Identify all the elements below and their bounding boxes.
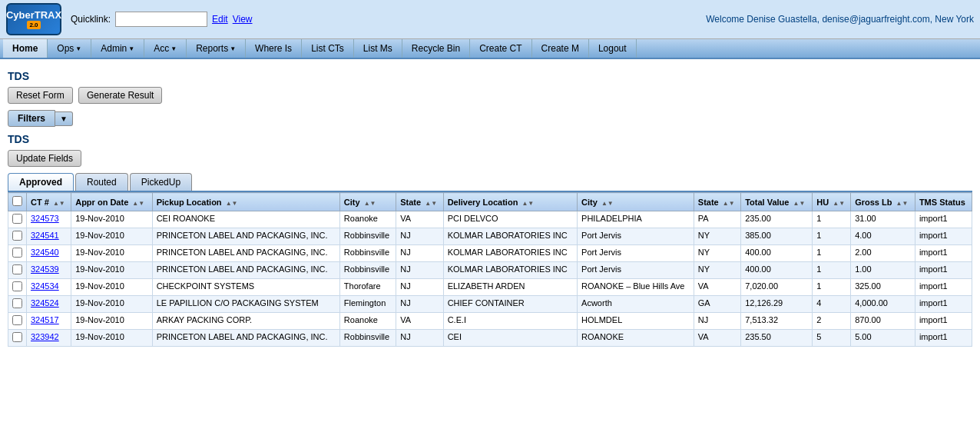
- ct-link[interactable]: 324524: [31, 298, 59, 308]
- pickup-state-cell: NJ: [396, 262, 443, 279]
- view-link[interactable]: View: [233, 14, 253, 25]
- col-tms-status[interactable]: TMS Status: [915, 193, 972, 211]
- ct-link[interactable]: 324539: [31, 264, 59, 274]
- logo-version: 2.0: [27, 21, 40, 29]
- total-value-cell: 385.00: [741, 228, 813, 245]
- total-value-cell: 7,513.32: [741, 313, 813, 330]
- pickup-state-cell: VA: [396, 313, 443, 330]
- hu-cell: 1: [813, 228, 851, 245]
- tab-pickedup[interactable]: PickedUp: [130, 173, 192, 191]
- update-fields-row: Update Fields: [8, 150, 972, 167]
- gross-lb-cell: 2.00: [851, 245, 915, 262]
- pickup-loc-cell: ARKAY PACKING CORP.: [152, 313, 339, 330]
- delivery-city-cell: ROANOKE: [578, 330, 694, 347]
- select-all-checkbox[interactable]: [12, 196, 22, 206]
- nav-item-reports[interactable]: Reports▼: [187, 39, 246, 58]
- nav-item-acc[interactable]: Acc▼: [144, 39, 187, 58]
- appr-date-sort: ▲▼: [132, 200, 144, 207]
- hu-cell: 1: [813, 211, 851, 228]
- row-checkbox[interactable]: [12, 264, 22, 274]
- nav-item-create-m[interactable]: Create M: [532, 39, 589, 58]
- row-checkbox[interactable]: [12, 298, 22, 308]
- nav-item-list-cts[interactable]: List CTs: [302, 39, 354, 58]
- tab-approved[interactable]: Approved: [8, 173, 74, 191]
- ct-link[interactable]: 324573: [31, 214, 59, 223]
- quicklink-area: Quicklink: Edit View: [71, 12, 253, 27]
- nav-item-list-ms[interactable]: List Ms: [354, 39, 402, 58]
- delivery-state-cell: VA: [694, 279, 740, 296]
- reset-form-button[interactable]: Reset Form: [8, 87, 73, 104]
- col-total-value[interactable]: Total Value ▲▼: [741, 193, 813, 211]
- filters-dropdown-button[interactable]: ▼: [55, 111, 73, 126]
- tabs-row: ApprovedRoutedPickedUp: [8, 173, 972, 192]
- row-checkbox-cell: [8, 211, 27, 228]
- delivery-state-cell: NY: [694, 245, 740, 262]
- col-ct-num[interactable]: CT # ▲▼: [27, 193, 71, 211]
- nav-item-logout[interactable]: Logout: [589, 39, 637, 58]
- delivery-loc-cell: KOLMAR LABORATORIES INC: [443, 262, 577, 279]
- row-checkbox[interactable]: [12, 332, 22, 342]
- ct-num-cell: 324524: [27, 296, 71, 313]
- gross-lb-cell: 1.00: [851, 262, 915, 279]
- pickup-state-sort: ▲▼: [425, 200, 437, 207]
- col-pickup-state[interactable]: State ▲▼: [396, 193, 443, 211]
- col-hu[interactable]: HU ▲▼: [813, 193, 851, 211]
- tms-status-cell: import1: [915, 228, 972, 245]
- row-checkbox[interactable]: [12, 315, 22, 325]
- tab-routed[interactable]: Routed: [75, 173, 128, 191]
- pickup-loc-cell: CEI ROANOKE: [152, 211, 339, 228]
- ct-link[interactable]: 324517: [31, 315, 59, 324]
- table-row: 32454019-Nov-2010PRINCETON LABEL AND PAC…: [8, 245, 972, 262]
- row-checkbox[interactable]: [12, 281, 22, 291]
- table-body: 32457319-Nov-2010CEI ROANOKERoanokeVAPCI…: [8, 211, 972, 347]
- ct-num-cell: 324541: [27, 228, 71, 245]
- gross-lb-cell: 4.00: [851, 228, 915, 245]
- ct-link[interactable]: 324540: [31, 248, 59, 257]
- nav-item-ops[interactable]: Ops▼: [48, 39, 91, 58]
- table-row: 32452419-Nov-2010LE PAPILLION C/O PACKAG…: [8, 296, 972, 313]
- nav-dropdown-arrow: ▼: [171, 45, 177, 52]
- update-fields-button[interactable]: Update Fields: [8, 150, 81, 167]
- filters-label[interactable]: Filters: [8, 110, 55, 127]
- pickup-loc-cell: PRINCETON LABEL AND PACKAGING, INC.: [152, 245, 339, 262]
- nav-item-create-ct[interactable]: Create CT: [470, 39, 531, 58]
- edit-link[interactable]: Edit: [212, 14, 228, 25]
- col-gross-lb[interactable]: Gross Lb ▲▼: [851, 193, 915, 211]
- delivery-state-cell: PA: [694, 211, 740, 228]
- logo-text: CyberTRAX: [6, 9, 61, 21]
- col-delivery-city[interactable]: City ▲▼: [578, 193, 694, 211]
- row-checkbox[interactable]: [12, 214, 22, 224]
- quicklink-input[interactable]: [115, 12, 207, 27]
- ct-link[interactable]: 323942: [31, 332, 59, 341]
- ct-link[interactable]: 324534: [31, 281, 59, 291]
- col-delivery-state[interactable]: State ▲▼: [694, 193, 740, 211]
- appr-date-cell: 19-Nov-2010: [71, 330, 152, 347]
- hu-cell: 5: [813, 330, 851, 347]
- delivery-state-cell: NJ: [694, 313, 740, 330]
- ct-num-sort: ▲▼: [53, 200, 65, 207]
- row-checkbox[interactable]: [12, 231, 22, 241]
- pickup-city-cell: Robbinsville: [339, 262, 396, 279]
- hu-sort: ▲▼: [833, 200, 845, 207]
- nav-item-home[interactable]: Home: [3, 39, 48, 58]
- col-pickup-city[interactable]: City ▲▼: [339, 193, 396, 211]
- delivery-city-sort: ▲▼: [601, 200, 614, 207]
- pickup-state-cell: NJ: [396, 330, 443, 347]
- row-checkbox[interactable]: [12, 248, 22, 258]
- nav-item-recycle-bin[interactable]: Recycle Bin: [402, 39, 470, 58]
- ct-link[interactable]: 324541: [31, 231, 59, 240]
- total-value-sort: ▲▼: [793, 200, 806, 207]
- nav-item-where-is[interactable]: Where Is: [246, 39, 302, 58]
- col-appr-date[interactable]: Appr on Date ▲▼: [71, 193, 152, 211]
- col-delivery-loc[interactable]: Delivery Location ▲▼: [443, 193, 577, 211]
- total-value-cell: 7,020.00: [741, 279, 813, 296]
- delivery-loc-cell: C.E.I: [443, 313, 577, 330]
- delivery-loc-sort: ▲▼: [521, 200, 534, 207]
- nav-item-admin[interactable]: Admin▼: [91, 39, 144, 58]
- table-row: 32454119-Nov-2010PRINCETON LABEL AND PAC…: [8, 228, 972, 245]
- ct-num-cell: 324534: [27, 279, 71, 296]
- col-pickup-loc[interactable]: Pickup Location ▲▼: [152, 193, 339, 211]
- row-checkbox-cell: [8, 245, 27, 262]
- top-bar: CyberTRAX 2.0 Quicklink: Edit View Welco…: [0, 0, 980, 39]
- generate-result-button[interactable]: Generate Result: [78, 87, 162, 104]
